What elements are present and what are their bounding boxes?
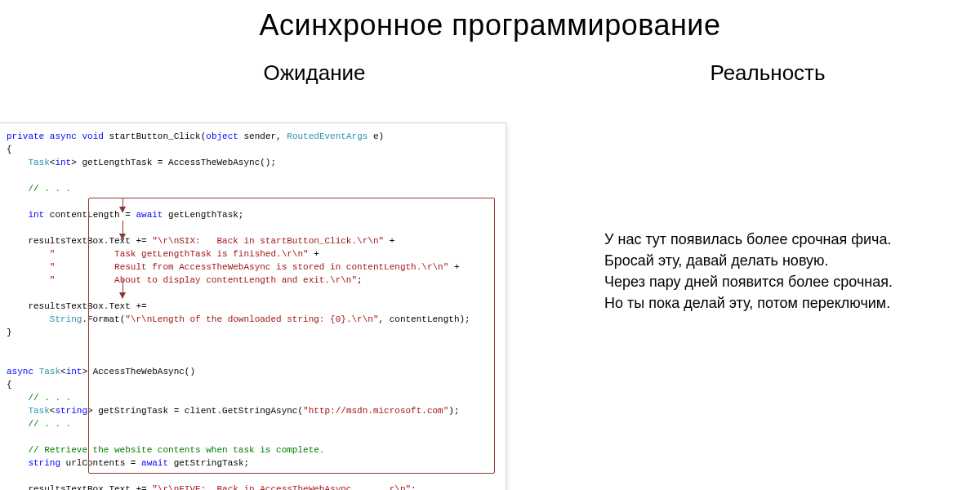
reality-line: Но ты пока делай эту, потом переключим. bbox=[604, 292, 931, 314]
expectation-heading: Ожидание bbox=[33, 60, 539, 86]
arrow-2-icon bbox=[119, 234, 126, 240]
code-snippet: private async void startButton_Click(obj… bbox=[0, 122, 506, 490]
arrow-3-icon bbox=[119, 292, 126, 299]
arrow-1-icon bbox=[119, 207, 126, 213]
reality-text: У нас тут появилась более срочная фича.Б… bbox=[604, 229, 931, 314]
reality-line: Через пару дней появится более срочная. bbox=[604, 271, 931, 292]
reality-line: У нас тут появилась более срочная фича. bbox=[604, 229, 931, 250]
slide-title: Асинхронное программирование bbox=[0, 8, 980, 42]
reality-heading: Реальность bbox=[604, 60, 931, 86]
reality-line: Бросай эту, давай делать новую. bbox=[604, 250, 931, 271]
